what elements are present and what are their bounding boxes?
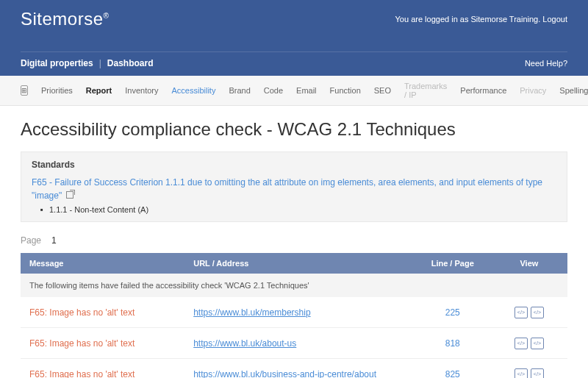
- cell-url: https://www.bl.uk/business-and-ip-centre…: [184, 359, 414, 379]
- nav-dashboard[interactable]: Dashboard: [107, 58, 154, 68]
- col-url: URL / Address: [184, 253, 414, 274]
- page-number[interactable]: 1: [51, 235, 57, 246]
- cell-message: F65: Image has no 'alt' text: [21, 359, 184, 379]
- calendar-icon[interactable]: ⊞: [21, 85, 28, 96]
- cell-message: F65: Image has no 'alt' text: [21, 328, 184, 359]
- url-link[interactable]: https://www.bl.uk/membership: [193, 307, 310, 318]
- tab-brand[interactable]: Brand: [229, 86, 250, 95]
- url-link[interactable]: https://www.bl.uk/about-us: [193, 338, 296, 349]
- standards-sub: 1.1.1 - Non-text Content (A): [49, 205, 556, 214]
- view-code-icon[interactable]: [531, 338, 544, 349]
- cell-view: [491, 328, 567, 359]
- tab-priorities[interactable]: Priorities: [41, 86, 73, 95]
- cell-view: [491, 359, 567, 379]
- tab-function[interactable]: Function: [330, 86, 361, 95]
- tab-seo[interactable]: SEO: [374, 86, 391, 95]
- standards-link[interactable]: F65 - Failure of Success Criterion 1.1.1…: [32, 176, 556, 202]
- table-row: F65: Image has no 'alt' texthttps://www.…: [21, 297, 567, 328]
- cell-url: https://www.bl.uk/about-us: [184, 328, 414, 359]
- tab-trademarks-ip[interactable]: Trademarks / IP: [404, 82, 447, 99]
- tab-report[interactable]: Report: [86, 86, 112, 95]
- cell-line[interactable]: 825: [415, 359, 491, 379]
- standards-header: Standards: [32, 160, 556, 170]
- tab-accessibility[interactable]: Accessibility: [172, 86, 216, 95]
- view-source-icon[interactable]: [514, 307, 528, 318]
- page-title: Accessibility compliance check - WCAG 2.…: [21, 119, 567, 140]
- cell-message: F65: Image has no 'alt' text: [21, 297, 184, 328]
- cell-line[interactable]: 225: [415, 297, 491, 328]
- table-note: The following items have failed the acce…: [21, 274, 567, 297]
- cell-url: https://www.bl.uk/membership: [184, 297, 414, 328]
- header: Sitemorse® You are logged in as Sitemors…: [0, 0, 588, 76]
- view-source-icon[interactable]: [514, 368, 528, 378]
- results-table: Message URL / Address Line / Page View T…: [21, 253, 567, 378]
- table-row: F65: Image has no 'alt' texthttps://www.…: [21, 359, 567, 379]
- tab-spelling[interactable]: Spelling: [559, 86, 588, 95]
- cell-line[interactable]: 818: [415, 328, 491, 359]
- pagination: Page1: [21, 235, 567, 246]
- tab-privacy[interactable]: Privacy: [520, 86, 546, 95]
- cell-view: [491, 297, 567, 328]
- col-message: Message: [21, 253, 184, 274]
- tab-email[interactable]: Email: [296, 86, 317, 95]
- view-code-icon[interactable]: [531, 368, 544, 378]
- help-link[interactable]: Need Help?: [525, 59, 567, 68]
- col-line: Line / Page: [415, 253, 491, 274]
- view-code-icon[interactable]: [531, 307, 544, 318]
- url-link[interactable]: https://www.bl.uk/business-and-ip-centre…: [193, 369, 376, 379]
- subnav: ⊞ PrioritiesReportInventoryAccessibility…: [0, 76, 588, 106]
- col-view: View: [491, 253, 567, 274]
- login-info: You are logged in as Sitemorse Training.…: [395, 15, 567, 24]
- external-link-icon: [66, 191, 74, 199]
- tab-code[interactable]: Code: [264, 86, 283, 95]
- table-row: F65: Image has no 'alt' texthttps://www.…: [21, 328, 567, 359]
- logo: Sitemorse®: [21, 9, 109, 29]
- tab-performance[interactable]: Performance: [460, 86, 506, 95]
- view-source-icon[interactable]: [514, 338, 528, 349]
- nav-digital-properties[interactable]: Digital properties: [21, 58, 93, 68]
- logout-link[interactable]: Logout: [542, 15, 567, 24]
- tab-inventory[interactable]: Inventory: [125, 86, 158, 95]
- standards-box: Standards F65 - Failure of Success Crite…: [21, 151, 567, 222]
